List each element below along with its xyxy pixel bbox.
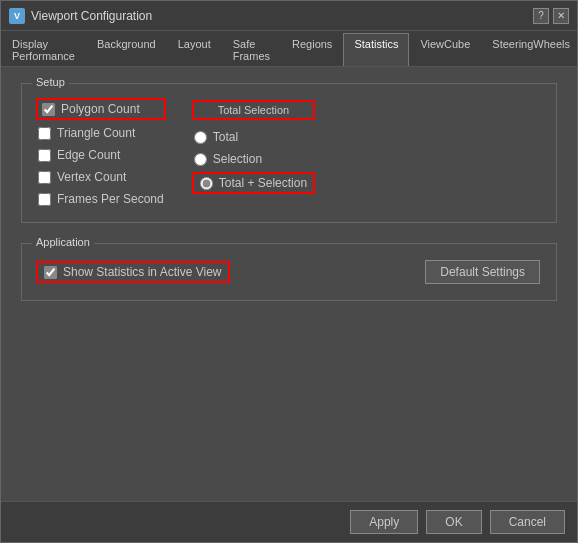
triangle-count-row: Triangle Count	[38, 126, 164, 140]
tab-regions[interactable]: Regions	[281, 33, 343, 66]
polygon-count-checkbox[interactable]	[42, 103, 55, 116]
total-label: Total	[213, 130, 238, 144]
setup-radios: Total Selection Total Selection Total + …	[194, 100, 313, 206]
total-selection-header: Total Selection	[200, 104, 307, 116]
selection-radio-row: Selection	[194, 152, 313, 166]
help-button[interactable]: ?	[533, 8, 549, 24]
window-title: Viewport Configuration	[31, 9, 152, 23]
edge-count-label: Edge Count	[57, 148, 120, 162]
tab-viewcube[interactable]: ViewCube	[409, 33, 481, 66]
show-statistics-label: Show Statistics in Active View	[63, 265, 222, 279]
close-button[interactable]: ✕	[553, 8, 569, 24]
triangle-count-checkbox[interactable]	[38, 127, 51, 140]
cancel-button[interactable]: Cancel	[490, 510, 565, 534]
total-radio[interactable]	[194, 131, 207, 144]
tab-background[interactable]: Background	[86, 33, 167, 66]
total-selection-radio[interactable]	[200, 177, 213, 190]
total-radio-row: Total	[194, 130, 313, 144]
title-bar-controls: ? ✕	[533, 8, 569, 24]
viewport-configuration-window: V Viewport Configuration ? ✕ Display Per…	[0, 0, 578, 543]
edge-count-checkbox[interactable]	[38, 149, 51, 162]
title-bar: V Viewport Configuration ? ✕	[1, 1, 577, 31]
vertex-count-checkbox[interactable]	[38, 171, 51, 184]
frames-per-second-row: Frames Per Second	[38, 192, 164, 206]
footer: Apply OK Cancel	[1, 501, 577, 542]
title-bar-left: V Viewport Configuration	[9, 8, 152, 24]
tab-layout[interactable]: Layout	[167, 33, 222, 66]
selection-label: Selection	[213, 152, 262, 166]
show-statistics-checkbox[interactable]	[44, 266, 57, 279]
setup-content: Polygon Count Triangle Count Edge Count …	[38, 94, 540, 206]
ok-button[interactable]: OK	[426, 510, 481, 534]
total-selection-header-box: Total Selection	[194, 102, 313, 118]
selection-radio[interactable]	[194, 153, 207, 166]
tab-steering-wheels[interactable]: SteeringWheels	[481, 33, 578, 66]
polygon-count-row: Polygon Count	[38, 100, 164, 118]
default-settings-button[interactable]: Default Settings	[425, 260, 540, 284]
setup-group: Setup Polygon Count Triangle Count Edge …	[21, 83, 557, 223]
application-row: Show Statistics in Active View Default S…	[38, 254, 540, 284]
polygon-count-label: Polygon Count	[61, 102, 140, 116]
tab-statistics[interactable]: Statistics	[343, 33, 409, 66]
frames-per-second-checkbox[interactable]	[38, 193, 51, 206]
vertex-count-row: Vertex Count	[38, 170, 164, 184]
tab-display-performance[interactable]: Display Performance	[1, 33, 86, 66]
window-icon: V	[9, 8, 25, 24]
application-label: Application	[32, 236, 94, 248]
triangle-count-label: Triangle Count	[57, 126, 135, 140]
show-statistics-wrapper: Show Statistics in Active View	[38, 263, 228, 281]
tab-safe-frames[interactable]: Safe Frames	[222, 33, 281, 66]
edge-count-row: Edge Count	[38, 148, 164, 162]
vertex-count-label: Vertex Count	[57, 170, 126, 184]
setup-label: Setup	[32, 76, 69, 88]
frames-per-second-label: Frames Per Second	[57, 192, 164, 206]
apply-button[interactable]: Apply	[350, 510, 418, 534]
application-group: Application Show Statistics in Active Vi…	[21, 243, 557, 301]
main-content: Setup Polygon Count Triangle Count Edge …	[1, 67, 577, 501]
total-selection-label: Total + Selection	[219, 176, 307, 190]
tab-bar: Display Performance Background Layout Sa…	[1, 31, 577, 67]
total-selection-radio-row: Total + Selection	[194, 174, 313, 192]
setup-checkboxes: Polygon Count Triangle Count Edge Count …	[38, 100, 164, 206]
